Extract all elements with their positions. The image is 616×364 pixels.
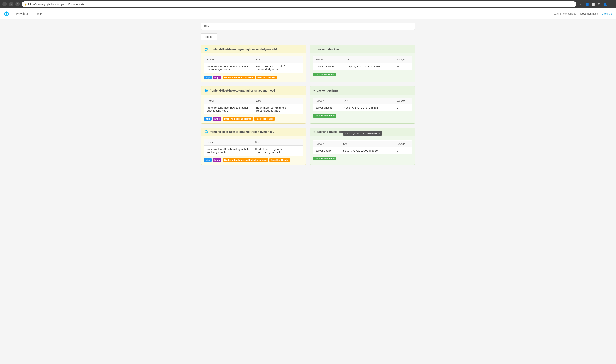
- badge-lb-1: Load Balancer: wrr: [313, 73, 336, 76]
- tooltip-box: Click to go back, hold to see history: [343, 131, 382, 136]
- server-url-1[interactable]: http://172.19.0.3:4000: [343, 63, 395, 70]
- frontend-panel-1-body: Route Rule route-frontend-Host-how-to-gr…: [201, 53, 306, 82]
- badge-passhost-3: PassHostHeader: [269, 158, 290, 162]
- backend-panel-1-header: ≡ backend-backend: [310, 45, 415, 53]
- col-url-2: URL: [341, 98, 394, 104]
- frontend-panel-3: 🌐 frontend-Host-how-to-graphql-traefik-d…: [201, 128, 306, 165]
- badge-backend-3: Backend:backend-traefik-docker-prisma: [223, 158, 268, 162]
- nav-documentation[interactable]: Documentation: [580, 12, 598, 15]
- badge-lb-3: Load Balancer: wrr: [313, 157, 336, 160]
- frontend-table-1: Route Rule route-frontend-Host-how-to-gr…: [204, 56, 303, 73]
- server-name-3: server-traefik: [313, 147, 341, 154]
- server-name-1: server-backend: [313, 63, 343, 70]
- badge-backend-1: Backend:backend-backend: [223, 76, 254, 79]
- col-rule-3: Rule: [253, 139, 303, 145]
- nav-providers[interactable]: Providers: [13, 11, 31, 17]
- frontend-panel-2-body: Route Rule route-frontend-Host-how-to-gr…: [201, 95, 306, 123]
- panels-row-2: 🌐 frontend-Host-how-to-graphql-prisma-dy…: [201, 86, 415, 124]
- ext-button2[interactable]: ⬜: [590, 2, 595, 7]
- table-row: route-frontend-Host-how-to-graphql-traef…: [204, 145, 303, 156]
- star-button[interactable]: ☆: [578, 2, 583, 7]
- frontend-panel-3-header: 🌐 frontend-Host-how-to-graphql-traefik-d…: [201, 128, 306, 136]
- nav-right: v1.5.4 / cancoillotte Documentation trae…: [554, 12, 612, 15]
- browser-chrome: ← → ↻ 🔒 https://how-to-graphql-traefik.d…: [0, 0, 616, 9]
- badges-be-1: Load Balancer: wrr: [313, 73, 412, 76]
- col-server-1: Server: [313, 56, 343, 63]
- ext-button3[interactable]: C: [597, 2, 602, 7]
- panels-row-1: 🌐 frontend-Host-how-to-graphql-backend-d…: [201, 45, 415, 82]
- col-url-3: URL: [340, 141, 394, 147]
- col-weight-3: Weight: [394, 141, 412, 147]
- backend-panel-2-body: Server URL Weight server-prisma http://1…: [310, 95, 415, 120]
- table-row: route-frontend-Host-how-to-graphql-backe…: [204, 63, 303, 73]
- table-row: server-traefik http://172.19.0.4:8080 0: [313, 147, 412, 154]
- globe-icon-1: 🌐: [204, 48, 208, 51]
- badge-passhost-1: PassHostHeader: [256, 76, 277, 79]
- server-url-3[interactable]: http://172.19.0.4:8080: [340, 147, 394, 154]
- backend-panel-1-body: Server URL Weight server-backend http://…: [310, 53, 415, 79]
- col-server-2: Server: [313, 98, 341, 104]
- backend-table-1: Server URL Weight server-backend http://…: [313, 56, 412, 70]
- tabs: docker: [201, 33, 415, 40]
- main-content: docker 🌐 frontend-Host-how-to-graphql-ba…: [197, 19, 419, 173]
- badges-be-2: Load Balancer: wrr: [313, 114, 412, 117]
- table-row: server-prisma http://172.19.0.2:5555 0: [313, 104, 412, 111]
- rule-value-1: Host:how-to-graphql-backend.dynu.net: [253, 63, 303, 73]
- server-name-2: server-prisma: [313, 104, 341, 111]
- table-row: route-frontend-Host-how-to-graphql-prism…: [204, 104, 303, 115]
- frontend-title-3: frontend-Host-how-to-graphql-traefik-dyn…: [210, 130, 275, 133]
- badge-http-1: http: [204, 76, 211, 79]
- col-server-3: Server: [313, 141, 341, 147]
- nav-traefik-io[interactable]: traefik.io: [602, 12, 612, 15]
- badge-https-2: https: [213, 117, 221, 120]
- profile-button[interactable]: 👤: [603, 2, 607, 7]
- backend-panel-3-body: Click to go back, hold to see history Se…: [310, 136, 415, 163]
- back-button[interactable]: ←: [2, 2, 7, 6]
- col-route-2: Route: [204, 98, 254, 104]
- col-route-3: Route: [204, 139, 253, 145]
- menu-button[interactable]: ⋮: [609, 2, 614, 7]
- server-weight-3: 0: [394, 147, 412, 154]
- ext-button1[interactable]: 🟦: [585, 2, 589, 7]
- frontend-panel-2: 🌐 frontend-Host-how-to-graphql-prisma-dy…: [201, 86, 306, 124]
- badges-be-3: Load Balancer: wrr: [313, 157, 412, 160]
- badges-3: http https Backend:backend-traefik-docke…: [204, 158, 303, 162]
- globe-icon-2: 🌐: [204, 89, 208, 92]
- backend-table-3: Server URL Weight server-traefik http://…: [313, 141, 412, 154]
- filter-input[interactable]: [201, 23, 415, 30]
- badge-http-2: http: [204, 117, 211, 120]
- badge-https-3: https: [213, 158, 221, 162]
- url-bar[interactable]: 🔒 https://how-to-graphql-traefik.dynu.ne…: [22, 1, 576, 7]
- frontend-title-1: frontend-Host-how-to-graphql-backend-dyn…: [210, 48, 278, 51]
- rule-value-2: Host:how-to-graphql-prisma.dynu.net: [254, 104, 303, 115]
- backend-panel-2-header: ≡ backend-prisma: [310, 87, 415, 95]
- route-value-2: route-frontend-Host-how-to-graphql-prism…: [204, 104, 254, 115]
- col-rule-2: Rule: [254, 98, 303, 104]
- route-value-3: route-frontend-Host-how-to-graphql-traef…: [204, 145, 253, 156]
- frontend-panel-2-header: 🌐 frontend-Host-how-to-graphql-prisma-dy…: [201, 87, 306, 95]
- col-weight-2: Weight: [394, 98, 412, 104]
- forward-button[interactable]: →: [9, 2, 13, 6]
- frontend-panel-3-body: Route Rule route-frontend-Host-how-to-gr…: [201, 136, 306, 165]
- badge-lb-2: Load Balancer: wrr: [313, 114, 336, 117]
- badge-passhost-2: PassHostHeader: [254, 117, 275, 120]
- nav-bar: 🌐 Providers Health v1.5.4 / cancoillotte…: [0, 9, 616, 19]
- nav-health[interactable]: Health: [31, 11, 45, 17]
- col-url-1: URL: [343, 56, 395, 63]
- nav-links: Providers Health: [13, 11, 45, 17]
- server-url-2[interactable]: http://172.19.0.2:5555: [341, 104, 394, 111]
- lock-icon: 🔒: [24, 3, 27, 6]
- route-value-1: route-frontend-Host-how-to-graphql-backe…: [204, 63, 253, 73]
- tab-docker[interactable]: docker: [201, 33, 217, 40]
- panels-row-3: 🌐 frontend-Host-how-to-graphql-traefik-d…: [201, 128, 415, 165]
- col-weight-1: Weight: [395, 56, 412, 63]
- frontend-table-2: Route Rule route-frontend-Host-how-to-gr…: [204, 98, 303, 115]
- reload-button[interactable]: ↻: [15, 2, 20, 6]
- frontend-panel-1: 🌐 frontend-Host-how-to-graphql-backend-d…: [201, 45, 306, 82]
- rule-value-3: Host:how-to-graphql-traefik.dynu.net: [253, 145, 303, 156]
- backend-panel-3: ≡ backend-traefik-docker-prisma Click to…: [310, 128, 415, 165]
- frontend-title-2: frontend-Host-how-to-graphql-prisma-dynu…: [210, 89, 275, 92]
- col-route-1: Route: [204, 56, 253, 63]
- server-weight-2: 0: [394, 104, 412, 111]
- badge-backend-2: Backend:backend-prisma: [223, 117, 253, 120]
